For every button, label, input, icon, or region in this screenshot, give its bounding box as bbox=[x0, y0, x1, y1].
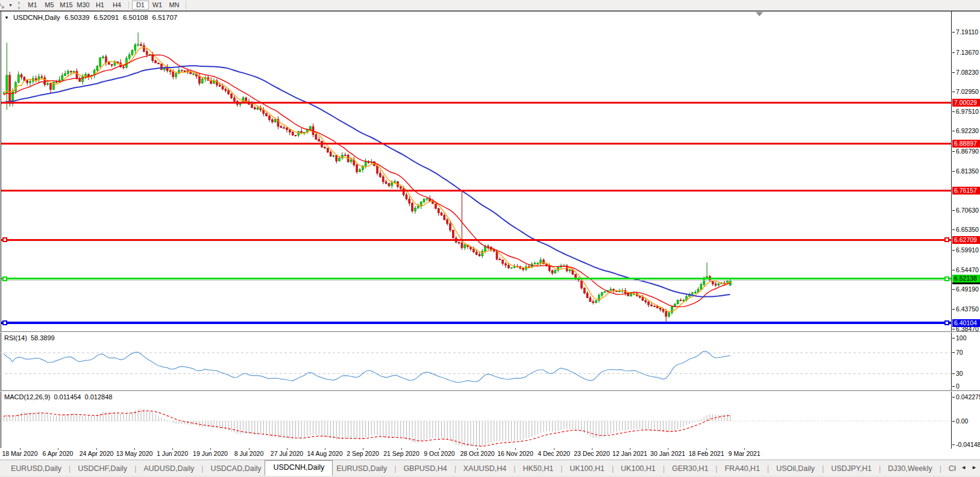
chart-shift-marker[interactable] bbox=[756, 12, 763, 16]
line-handle[interactable] bbox=[2, 276, 7, 281]
candle-body bbox=[668, 313, 670, 316]
candle-body bbox=[96, 66, 98, 70]
timeframe-button-m5[interactable]: M5 bbox=[41, 1, 58, 10]
timeframe-toolbar: ⤡ ▼ M1M5M15M30H1H4D1W1MN bbox=[0, 0, 980, 11]
timeframe-button-m30[interactable]: M30 bbox=[75, 1, 92, 10]
bid-price-line bbox=[1, 280, 951, 281]
toolbar-separator bbox=[128, 1, 129, 9]
candle-body bbox=[140, 45, 142, 46]
macd-tick: -0.04148 bbox=[956, 441, 980, 449]
date-label: 23 Dec 2020 bbox=[574, 450, 610, 457]
line-handle[interactable] bbox=[944, 320, 949, 325]
chart-tab[interactable]: UK100,H1 bbox=[568, 462, 606, 475]
date-label: 28 Oct 2020 bbox=[460, 450, 494, 457]
candle-body bbox=[108, 63, 110, 64]
candle-body bbox=[70, 71, 72, 72]
candle-body bbox=[266, 113, 268, 116]
candle-body bbox=[502, 260, 504, 263]
line-handle[interactable] bbox=[2, 237, 7, 242]
candle-body bbox=[694, 292, 696, 293]
tab-separator: | bbox=[201, 464, 203, 473]
ohlc-close: 6.51707 bbox=[152, 14, 178, 21]
horizontal-price-line[interactable] bbox=[1, 143, 951, 145]
chart-tab[interactable]: USDCHF,Daily bbox=[77, 462, 128, 475]
panel-splitter[interactable] bbox=[0, 390, 980, 391]
date-label: 19 Jun 2020 bbox=[193, 450, 228, 457]
timeframe-button-m15[interactable]: M15 bbox=[58, 1, 75, 10]
date-label: 1 Jun 2020 bbox=[157, 450, 188, 457]
candlestick-chart[interactable] bbox=[0, 11, 951, 331]
horizontal-price-line[interactable] bbox=[1, 322, 951, 324]
candle-body bbox=[64, 73, 66, 75]
horizontal-price-line[interactable] bbox=[1, 278, 951, 279]
tab-scroll-right-icon[interactable]: ► bbox=[972, 464, 977, 470]
chevron-down-icon[interactable]: ▼ bbox=[8, 3, 13, 7]
line-handle[interactable] bbox=[944, 276, 949, 281]
candle-body bbox=[61, 75, 63, 80]
macd-indicator-chart[interactable] bbox=[0, 391, 951, 448]
chart-tab[interactable]: HK50,H1 bbox=[521, 462, 554, 475]
candle-body bbox=[417, 207, 419, 208]
timeframe-button-mn[interactable]: MN bbox=[166, 1, 183, 10]
tab-separator: | bbox=[612, 464, 614, 473]
candle-body bbox=[169, 71, 171, 72]
candle-body bbox=[190, 72, 192, 74]
chart-tab[interactable]: USDCAD,Daily bbox=[209, 462, 262, 475]
timeframe-button-h4[interactable]: H4 bbox=[108, 1, 125, 10]
tab-scroll-left-icon[interactable]: ◄ bbox=[961, 464, 966, 470]
chart-tab[interactable]: DJ30,Weekly bbox=[887, 462, 933, 475]
horizontal-price-line[interactable] bbox=[1, 102, 951, 104]
date-label: 9 Oct 2020 bbox=[424, 450, 454, 457]
price-tick: 6.54470 bbox=[956, 266, 979, 274]
candle-body bbox=[158, 63, 160, 64]
chart-tab[interactable]: EURUSD,Daily bbox=[335, 462, 388, 475]
chart-tab[interactable]: USOil,Daily bbox=[775, 462, 816, 475]
candle-body bbox=[117, 62, 119, 63]
cursor-tool-icon[interactable]: ⤡ bbox=[0, 1, 7, 10]
chart-tab-active[interactable]: USDCNH,Daily bbox=[265, 460, 333, 476]
line-handle[interactable] bbox=[2, 320, 7, 325]
price-line-label: 6.40104 bbox=[952, 319, 980, 327]
candle-body bbox=[458, 242, 460, 243]
candle-body bbox=[274, 119, 276, 122]
horizontal-price-line[interactable] bbox=[1, 190, 951, 192]
tab-separator: | bbox=[767, 464, 769, 473]
candle-body bbox=[318, 140, 320, 142]
candle-body bbox=[172, 72, 174, 77]
timeframe-button-h1[interactable]: H1 bbox=[92, 1, 108, 10]
candle-body bbox=[423, 199, 425, 202]
toolbar-grip-handle[interactable] bbox=[18, 2, 20, 9]
candle-body bbox=[382, 177, 384, 182]
candle-body bbox=[493, 250, 495, 251]
timeframe-button-m1[interactable]: M1 bbox=[24, 1, 41, 10]
chart-tab-bar: EURUSD,Daily|USDCHF,Daily|AUDUSD,Daily|U… bbox=[0, 460, 980, 476]
chart-tab[interactable]: CHINA300,H1 bbox=[947, 462, 956, 475]
rsi-indicator-chart[interactable] bbox=[0, 332, 951, 390]
chart-tab[interactable]: FRA40,H1 bbox=[723, 462, 761, 475]
date-label: 9 Mar 2021 bbox=[728, 450, 760, 457]
rsi-value: 58.3899 bbox=[31, 334, 55, 341]
toolbar-separator bbox=[186, 1, 186, 9]
chart-tab[interactable]: UK100,H1 bbox=[620, 462, 657, 475]
chart-tab[interactable]: GER30,H1 bbox=[671, 462, 709, 475]
timeframe-button-w1[interactable]: W1 bbox=[149, 1, 166, 10]
chart-tab[interactable]: EURUSD,Daily bbox=[10, 462, 63, 475]
candle-body bbox=[464, 245, 466, 248]
chart-tab[interactable]: XAUUSD,H4 bbox=[462, 462, 508, 475]
panel-splitter[interactable] bbox=[0, 331, 980, 332]
collapse-chart-icon[interactable]: ▼ bbox=[4, 15, 9, 20]
chart-tab[interactable]: GBPUSD,H4 bbox=[402, 462, 448, 475]
candle-body bbox=[137, 45, 139, 45]
timeframe-button-d1[interactable]: D1 bbox=[132, 1, 149, 10]
chart-tab[interactable]: USDJPY,H1 bbox=[830, 462, 873, 475]
moving-average-line bbox=[4, 55, 730, 307]
horizontal-price-line[interactable] bbox=[1, 239, 951, 241]
chart-tab[interactable]: AUDUSD,Daily bbox=[142, 462, 195, 475]
date-label: 24 Apr 2020 bbox=[80, 450, 114, 457]
candle-body bbox=[225, 89, 227, 90]
candle-body bbox=[356, 165, 358, 172]
line-handle[interactable] bbox=[944, 237, 949, 242]
date-label: 8 Jul 2020 bbox=[234, 450, 263, 457]
candle-body bbox=[394, 182, 396, 183]
candle-body bbox=[350, 160, 352, 161]
